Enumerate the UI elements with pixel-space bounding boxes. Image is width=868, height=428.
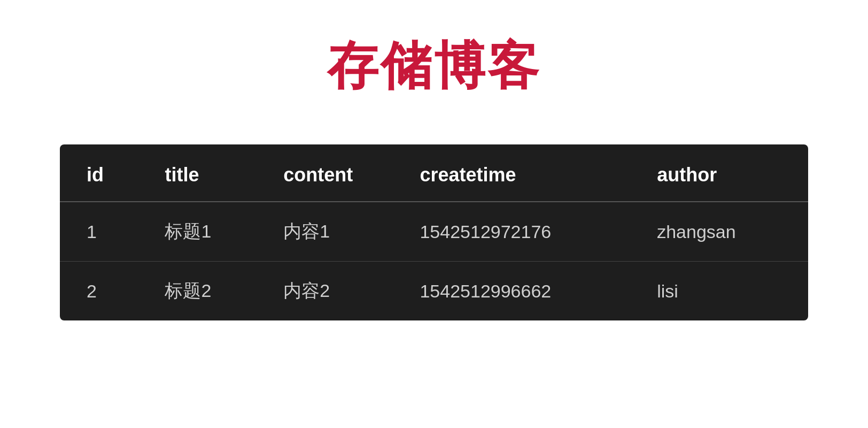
col-header-createtime: createtime bbox=[393, 144, 630, 202]
cell-author: lisi bbox=[630, 262, 808, 321]
cell-content: 内容1 bbox=[257, 202, 393, 262]
cell-author: zhangsan bbox=[630, 202, 808, 262]
cell-createtime: 1542512972176 bbox=[393, 202, 630, 262]
col-header-title: title bbox=[138, 144, 257, 202]
table-row: 1标题1内容11542512972176zhangsan bbox=[60, 202, 808, 262]
cell-id: 1 bbox=[60, 202, 138, 262]
cell-content: 内容2 bbox=[257, 262, 393, 321]
cell-title: 标题2 bbox=[138, 262, 257, 321]
cell-createtime: 1542512996662 bbox=[393, 262, 630, 321]
col-header-author: author bbox=[630, 144, 808, 202]
table-row: 2标题2内容21542512996662lisi bbox=[60, 262, 808, 321]
blog-table-container: id title content createtime author 1标题1内… bbox=[60, 144, 808, 320]
table-header-row: id title content createtime author bbox=[60, 144, 808, 202]
col-header-id: id bbox=[60, 144, 138, 202]
page-title: 存储博客 bbox=[327, 32, 541, 102]
blog-table: id title content createtime author 1标题1内… bbox=[60, 144, 808, 320]
col-header-content: content bbox=[257, 144, 393, 202]
cell-id: 2 bbox=[60, 262, 138, 321]
cell-title: 标题1 bbox=[138, 202, 257, 262]
